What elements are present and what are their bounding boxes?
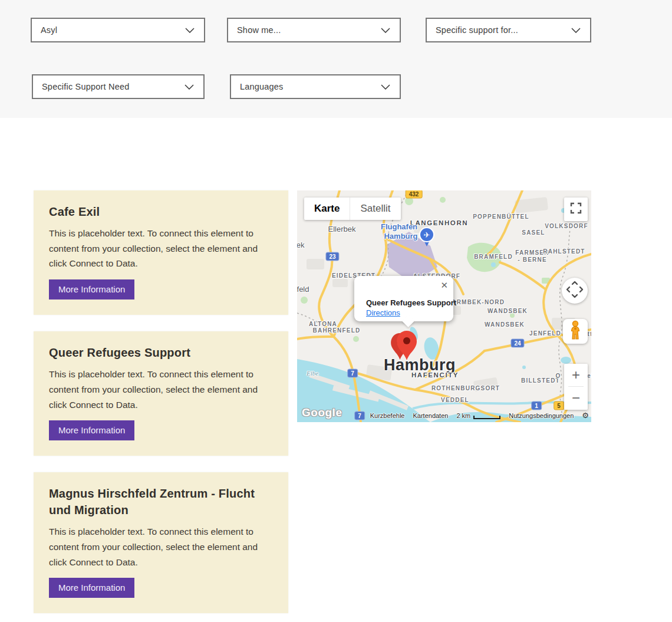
support-card: Magnus Hirschfeld Zentrum - Flucht und M… — [34, 472, 288, 613]
cards-list: Cafe ExilThis is placeholder text. To co… — [34, 190, 288, 622]
terms-link[interactable]: Nutzungsbedingungen — [509, 412, 574, 419]
card-title: Magnus Hirschfeld Zentrum - Flucht und M… — [49, 485, 273, 518]
scale-bar — [473, 416, 500, 419]
fullscreen-button[interactable] — [564, 198, 588, 221]
info-window-title: Queer Refugees Support — [366, 298, 456, 307]
map-data-link[interactable]: Kartendaten — [413, 412, 448, 419]
card-placeholder-text: This is placeholder text. To connect thi… — [49, 524, 273, 570]
dropdown-placeholder: Specific Support Need — [42, 82, 129, 91]
chevron-down-icon — [185, 81, 194, 92]
card-title: Cafe Exil — [49, 203, 273, 220]
chevron-down-icon — [571, 25, 581, 35]
street-view-pegman-button[interactable] — [563, 319, 588, 344]
info-window: ✕ Queer Refugees Support Directions — [354, 276, 453, 321]
support-card: Queer Refugees SupportThis is placeholde… — [34, 331, 288, 456]
zoom-control: + − — [564, 364, 588, 410]
zoom-out-button[interactable]: − — [564, 387, 588, 409]
map-attribution: Kurzbefehle Kartendaten 2 km Nutzungsbed… — [370, 411, 589, 420]
pegman-icon — [568, 320, 583, 343]
filter-header: Asyl Show me... Specific support for... … — [0, 0, 672, 118]
card-placeholder-text: This is placeholder text. To connect thi… — [49, 367, 273, 412]
show-me-dropdown[interactable]: Show me... — [227, 18, 401, 42]
directions-link[interactable]: Directions — [366, 308, 400, 317]
map-type-satellite-button[interactable]: Satellit — [350, 198, 400, 220]
dropdown-placeholder: Languages — [240, 82, 284, 91]
page: Asyl Show me... Specific support for... … — [0, 0, 672, 622]
pan-control[interactable] — [562, 278, 588, 304]
more-information-button[interactable]: More Information — [49, 578, 134, 598]
chevron-down-icon — [381, 81, 390, 92]
dropdown-placeholder: Specific support for... — [436, 25, 518, 35]
chevron-down-icon — [381, 25, 390, 35]
google-logo[interactable]: Google — [302, 406, 342, 419]
category-dropdown[interactable]: Asyl — [31, 18, 205, 42]
gear-icon[interactable]: ⚙ — [582, 411, 589, 420]
map-scale: 2 km — [456, 412, 500, 419]
scale-label: 2 km — [456, 412, 470, 419]
chevron-down-icon — [185, 25, 195, 35]
map-type-map-button[interactable]: Karte — [304, 198, 350, 220]
card-placeholder-text: This is placeholder text. To connect thi… — [49, 226, 273, 271]
map-type-switcher: Karte Satellit — [304, 198, 401, 220]
pan-arrows-icon — [565, 279, 585, 302]
more-information-button[interactable]: More Information — [49, 279, 134, 300]
dropdown-placeholder: Show me... — [237, 25, 281, 35]
keyboard-shortcuts-link[interactable]: Kurzbefehle — [370, 412, 405, 419]
languages-dropdown[interactable]: Languages — [230, 74, 401, 99]
support-card: Cafe ExilThis is placeholder text. To co… — [34, 190, 288, 315]
more-information-button[interactable]: More Information — [49, 420, 134, 440]
card-title: Queer Refugees Support — [49, 344, 273, 361]
close-icon[interactable]: ✕ — [440, 281, 448, 289]
specific-support-need-dropdown[interactable]: Specific Support Need — [32, 74, 205, 99]
fullscreen-icon — [569, 202, 582, 217]
dropdown-value: Asyl — [41, 25, 57, 35]
specific-support-for-dropdown[interactable]: Specific support for... — [426, 18, 591, 42]
zoom-in-button[interactable]: + — [564, 364, 588, 386]
map[interactable]: EllerbekbekfeldLANGENHORNPOPPENBÜTTELSAS… — [297, 190, 591, 422]
svg-text:✈: ✈ — [424, 231, 430, 239]
map-marker-icon[interactable] — [396, 330, 417, 363]
airport-marker-icon[interactable]: ✈ — [419, 226, 435, 250]
